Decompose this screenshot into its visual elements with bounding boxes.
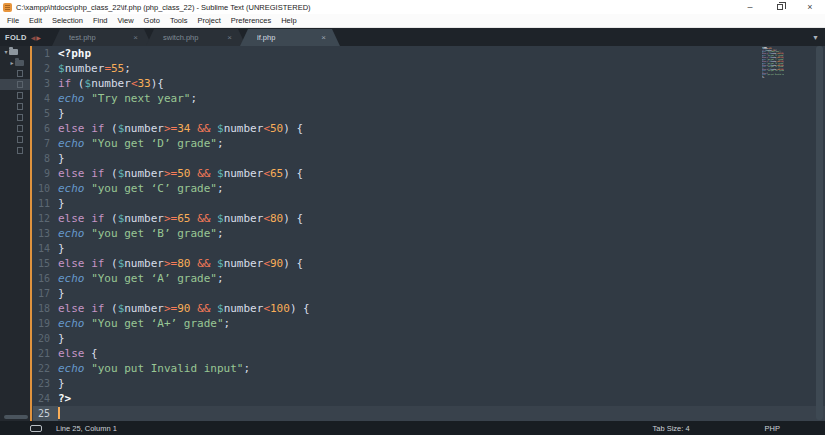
sidebar-folder-item[interactable]: ▾: [0, 46, 30, 57]
code-token: >=: [164, 122, 177, 135]
restore-button[interactable]: [765, 0, 795, 14]
code-line[interactable]: 25: [33, 406, 825, 421]
menu-item-preferences[interactable]: Preferences: [226, 14, 276, 28]
tab-if.php[interactable]: if.php×: [240, 29, 340, 46]
code-text: else if ($number>=50 && $number<65) {: [58, 166, 825, 181]
code-token: ;: [217, 137, 224, 150]
line-number: 16: [33, 271, 58, 286]
code-line[interactable]: 9else if ($number>=50 && $number<65) {: [33, 166, 825, 181]
line-number: 4: [33, 91, 58, 106]
sidebar-editor-divider[interactable]: [30, 46, 32, 421]
sidebar-file-item[interactable]: [0, 112, 30, 123]
layout-icon[interactable]: [30, 425, 42, 432]
code-line[interactable]: 21else {: [33, 346, 825, 361]
history-forward-icon[interactable]: ▶: [36, 34, 41, 41]
minimap[interactable]: <?php$number=55;if ($number<33){echo "Tr…: [762, 47, 784, 78]
code-line[interactable]: 3if ($number<33){: [33, 76, 825, 91]
code-token: echo: [58, 182, 85, 195]
code-editor[interactable]: 1<?php2$number=55;3if ($number<33){4echo…: [33, 46, 825, 421]
code-token: echo: [58, 317, 85, 330]
tab-switch.php[interactable]: switch.php×: [146, 29, 246, 46]
line-number: 8: [33, 151, 58, 166]
sidebar-folder-item[interactable]: ▸: [0, 57, 30, 68]
code-token: ) {: [283, 212, 303, 225]
sidebar-file-item[interactable]: [0, 101, 30, 112]
code-line[interactable]: 12else if ($number>=65 && $number<80) {: [33, 211, 825, 226]
menu-item-help[interactable]: Help: [276, 14, 301, 28]
menu-item-tools[interactable]: Tools: [165, 14, 193, 28]
code-line[interactable]: 4echo "Try next year";: [33, 91, 825, 106]
code-line[interactable]: 18else if ($number>=90 && $number<100) {: [33, 301, 825, 316]
menu-item-edit[interactable]: Edit: [24, 14, 47, 28]
code-line[interactable]: 7echo "You get ‘D’ grade";: [33, 136, 825, 151]
sidebar-file-item[interactable]: [0, 90, 30, 101]
tab-overflow-icon[interactable]: ▼: [812, 34, 819, 41]
code-token: number: [124, 302, 164, 315]
code-line[interactable]: 10echo "you get ‘C’ grade";: [33, 181, 825, 196]
code-token: $: [58, 62, 65, 75]
code-token: =: [104, 62, 111, 75]
tab-bar: FOLD ◀ ▶ test.php×switch.php×if.php×▼: [0, 28, 825, 46]
code-token: 90: [177, 302, 190, 315]
code-token: number: [224, 167, 264, 180]
code-line[interactable]: 23}: [33, 376, 825, 391]
menu-item-find[interactable]: Find: [88, 14, 113, 28]
code-line[interactable]: 15else if ($number>=80 && $number<90) {: [33, 256, 825, 271]
sidebar-file-item[interactable]: [0, 123, 30, 134]
vertical-scrollbar[interactable]: [816, 46, 823, 420]
tab-close-icon[interactable]: ×: [227, 33, 232, 42]
code-line[interactable]: 8}: [33, 151, 825, 166]
history-back-icon[interactable]: ◀: [31, 34, 36, 41]
menu-item-goto[interactable]: Goto: [139, 14, 165, 28]
menu-item-file[interactable]: File: [2, 14, 24, 28]
close-button[interactable]: ×: [795, 0, 825, 14]
code-token: }: [58, 197, 65, 210]
code-token: <: [131, 77, 138, 90]
code-line[interactable]: 1<?php: [33, 46, 825, 61]
line-number: 12: [33, 211, 58, 226]
code-token: "You get ‘A+’ grade": [767, 69, 784, 71]
menu-item-project[interactable]: Project: [192, 14, 225, 28]
code-line[interactable]: 16echo "You get ‘A’ grade";: [33, 271, 825, 286]
code-line[interactable]: 17}: [33, 286, 825, 301]
code-token: <: [263, 212, 270, 225]
menu-item-selection[interactable]: Selection: [47, 14, 88, 28]
code-line[interactable]: 13echo "you get ‘B’ grade";: [33, 226, 825, 241]
folder-sidebar[interactable]: ▾▸: [0, 46, 30, 421]
code-line[interactable]: 11}: [33, 196, 825, 211]
code-line[interactable]: 20}: [33, 331, 825, 346]
cursor-position: Line 25, Column 1: [56, 424, 117, 433]
code-token: number: [224, 122, 264, 135]
code-token: }: [58, 107, 65, 120]
code-line[interactable]: 6else if ($number>=34 && $number<50) {: [33, 121, 825, 136]
code-token: {: [85, 347, 98, 360]
syntax-indicator[interactable]: PHP: [765, 424, 780, 433]
code-token: &&: [197, 122, 210, 135]
code-line[interactable]: 24?>: [33, 391, 825, 406]
line-number: 21: [33, 346, 58, 361]
sidebar-file-item[interactable]: [0, 79, 30, 90]
tab-close-icon[interactable]: ×: [321, 33, 326, 42]
code-line[interactable]: 14}: [33, 241, 825, 256]
tab-label: if.php: [257, 33, 317, 42]
tab-close-icon[interactable]: ×: [133, 33, 138, 42]
code-token: [210, 257, 217, 270]
line-number: 7: [33, 136, 58, 151]
tab-test.php[interactable]: test.php×: [52, 29, 152, 46]
code-line[interactable]: 22echo "you put Invalid input";: [33, 361, 825, 376]
code-token: $: [217, 257, 224, 270]
sidebar-file-item[interactable]: [0, 134, 30, 145]
line-number: 13: [33, 226, 58, 241]
sidebar-horizontal-scrollbar[interactable]: [4, 415, 28, 419]
code-token: number: [224, 257, 264, 270]
tab-size-indicator[interactable]: Tab Size: 4: [652, 424, 689, 433]
folder-icon: [15, 60, 24, 66]
minimize-button[interactable]: –: [735, 0, 765, 14]
menu-item-view[interactable]: View: [112, 14, 138, 28]
sidebar-file-item[interactable]: [0, 145, 30, 156]
sidebar-file-item[interactable]: [0, 68, 30, 79]
code-line[interactable]: 2$number=55;: [33, 61, 825, 76]
code-line[interactable]: 5}: [33, 106, 825, 121]
code-token: }: [58, 377, 65, 390]
code-line[interactable]: 19echo "You get ‘A+’ grade";: [33, 316, 825, 331]
